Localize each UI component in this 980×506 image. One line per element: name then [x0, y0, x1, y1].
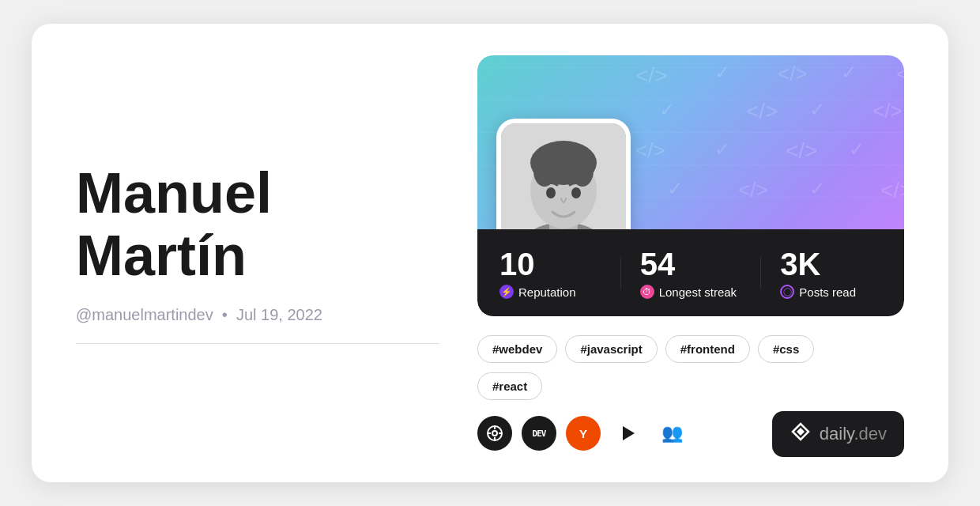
posts-label: ◯ Posts read	[780, 285, 882, 299]
stats-bar: 10 ⚡ Reputation 54 ⏱ Longest streak	[477, 229, 904, 316]
reputation-icon: ⚡	[499, 285, 514, 299]
user-name: Manuel Martín	[76, 162, 439, 287]
profile-card-container: Manuel Martín @manuelmartindev • Jul 19,…	[32, 24, 948, 482]
stat-posts: 3K ◯ Posts read	[780, 247, 882, 299]
user-meta: @manuelmartindev • Jul 19, 2022	[76, 306, 439, 324]
right-section: </> ✓ </> ✓ </> ✓ ✓ </> ✓ </> ✓ </> ✓ </…	[439, 55, 904, 451]
daily-logo-text: daily.dev	[820, 424, 887, 444]
stat-streak: 54 ⏱ Longest streak	[640, 247, 742, 299]
social-crosshair[interactable]	[477, 416, 512, 451]
user-join-date: Jul 19, 2022	[236, 306, 322, 323]
social-play[interactable]	[610, 416, 645, 451]
streak-label: ⏱ Longest streak	[640, 285, 742, 299]
tags-container: #webdev #javascript #frontend #css	[477, 335, 814, 363]
left-section: Manuel Martín @manuelmartindev • Jul 19,…	[76, 162, 439, 344]
daily-dev-logo: daily.dev	[772, 411, 904, 457]
daily-logo-icon	[790, 421, 812, 447]
tags-row-2: #react	[477, 372, 542, 400]
reputation-label: ⚡ Reputation	[499, 285, 601, 299]
svg-point-8	[546, 187, 556, 198]
streak-icon: ⏱	[640, 285, 654, 299]
stat-reputation: 10 ⚡ Reputation	[499, 247, 601, 299]
avatar-wrapper	[496, 119, 631, 229]
social-icons-row: DEV Y 👥	[477, 416, 689, 451]
social-dev[interactable]: DEV	[522, 416, 556, 451]
avatar	[501, 123, 626, 229]
svg-point-6	[533, 155, 556, 187]
profile-banner: </> ✓ </> ✓ </> ✓ ✓ </> ✓ </> ✓ </> ✓ </…	[477, 55, 904, 229]
svg-marker-16	[623, 426, 635, 440]
stat-divider-2	[760, 257, 761, 289]
posts-value: 3K	[780, 247, 882, 281]
tag-frontend[interactable]: #frontend	[665, 335, 750, 363]
svg-point-11	[492, 431, 497, 436]
posts-icon: ◯	[780, 285, 794, 299]
streak-value: 54	[640, 247, 742, 281]
reputation-value: 10	[499, 247, 601, 281]
social-faces[interactable]: 👥	[654, 416, 689, 451]
tag-css[interactable]: #css	[758, 335, 814, 363]
tag-javascript[interactable]: #javascript	[565, 335, 657, 363]
tag-react[interactable]: #react	[477, 372, 542, 400]
user-handle: @manuelmartindev	[76, 306, 213, 323]
tag-webdev[interactable]: #webdev	[477, 335, 557, 363]
svg-point-7	[571, 155, 594, 187]
profile-banner-card: </> ✓ </> ✓ </> ✓ ✓ </> ✓ </> ✓ </> ✓ </…	[477, 55, 904, 316]
svg-point-9	[571, 187, 581, 198]
social-ycomb[interactable]: Y	[566, 416, 601, 451]
section-divider	[76, 343, 439, 344]
stat-divider-1	[620, 257, 621, 289]
